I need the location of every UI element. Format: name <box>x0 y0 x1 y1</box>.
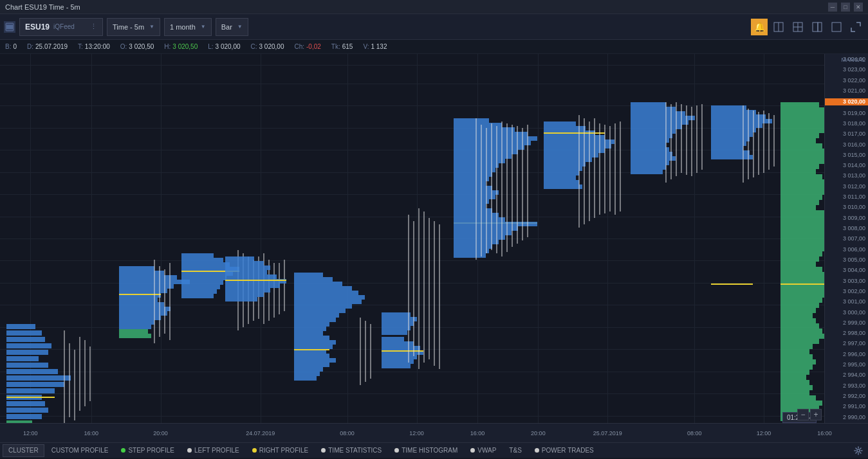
svg-rect-140 <box>454 141 531 145</box>
svg-rect-300 <box>780 370 809 375</box>
bell-icon[interactable]: 🔔 <box>751 19 768 35</box>
period-dropdown[interactable]: 1 month ▼ <box>164 18 212 36</box>
chart-area[interactable]: .bar-blue { fill: #3a7fd4; opacity: 0.85… <box>0 54 868 423</box>
time-label-1200b: 12:00 <box>409 430 424 437</box>
svg-rect-139 <box>454 136 537 141</box>
window-title: Chart ESU19 Time - 5m <box>5 3 80 11</box>
svg-rect-11 <box>6 356 39 361</box>
symbol-menu-icon[interactable]: ⋮ <box>90 22 97 31</box>
info-t: T: 13:20:00 <box>78 43 110 50</box>
time-label-date2: 25.07.2019 <box>593 430 622 437</box>
svg-rect-10 <box>832 22 841 32</box>
right-profile-button[interactable]: RIGHT PROFILE <box>246 444 315 457</box>
symbol-name: ESU19 <box>25 22 50 32</box>
chart-type-value: Bar <box>221 23 232 31</box>
svg-rect-287 <box>780 303 819 308</box>
price-3019: 3 019,00 <box>825 111 868 116</box>
svg-rect-265 <box>780 195 822 200</box>
svg-rect-146 <box>454 168 495 172</box>
settings-button[interactable] <box>851 444 865 457</box>
svg-rect-299 <box>780 364 813 370</box>
price-3000: 3 000,00 <box>825 310 868 316</box>
svg-rect-117 <box>382 346 420 350</box>
cluster-button[interactable]: CLUSTER <box>3 444 44 457</box>
svg-rect-215 <box>631 156 676 161</box>
left-profile-button[interactable]: LEFT PROFILE <box>181 444 245 457</box>
price-2992: 2 992,00 <box>825 393 868 399</box>
svg-rect-260 <box>780 169 816 174</box>
svg-rect-185 <box>544 153 598 158</box>
maximize-button[interactable]: □ <box>841 3 850 12</box>
step-profile-button[interactable]: STEP PROFILE <box>115 444 180 457</box>
svg-rect-89 <box>294 282 342 286</box>
svg-rect-41 <box>119 298 158 302</box>
svg-rect-271 <box>780 226 824 231</box>
svg-rect-255 <box>780 143 822 148</box>
zoom-in-button[interactable]: + <box>810 409 822 420</box>
svg-rect-96 <box>294 313 339 318</box>
svg-rect-84 <box>225 292 264 297</box>
timeframe-value: Time - 5m <box>113 23 144 31</box>
svg-rect-186 <box>544 158 592 162</box>
svg-rect-190 <box>544 171 579 176</box>
price-3009: 3 009,00 <box>825 215 868 221</box>
svg-rect-188 <box>544 166 582 171</box>
svg-rect-159 <box>454 222 537 226</box>
svg-rect-93 <box>294 300 362 304</box>
price-3018: 3 018,00 <box>825 121 868 127</box>
layout-icon-2[interactable] <box>790 19 806 35</box>
svg-rect-262 <box>780 179 824 184</box>
layout-icon-4[interactable] <box>828 19 845 35</box>
period-arrow-icon: ▼ <box>201 24 206 30</box>
svg-rect-291 <box>780 323 819 328</box>
svg-rect-64 <box>181 294 214 298</box>
timeframe-dropdown[interactable]: Time - 5m ▼ <box>107 18 160 36</box>
layout-icon-1[interactable] <box>770 19 787 35</box>
vwap-button[interactable]: VWAP <box>465 444 502 457</box>
svg-rect-57 <box>181 262 230 267</box>
power-trades-dot <box>535 448 539 453</box>
svg-rect-227 <box>711 105 746 110</box>
svg-rect-192 <box>544 180 579 184</box>
svg-rect-85 <box>225 297 257 302</box>
price-3015: 3 015,00 <box>825 152 868 158</box>
time-histogram-button[interactable]: TIME HISTOGRAM <box>389 444 463 457</box>
power-trades-button[interactable]: POWER TRADES <box>529 444 600 457</box>
svg-rect-254 <box>780 138 816 143</box>
svg-rect-126 <box>382 312 411 317</box>
svg-rect-39 <box>119 289 167 293</box>
ts-button[interactable]: T&S <box>503 444 527 457</box>
svg-rect-90 <box>294 286 352 291</box>
time-statistics-button[interactable]: TIME STATISTICS <box>315 444 387 457</box>
price-3008: 3 008,00 <box>825 226 868 231</box>
svg-rect-297 <box>780 354 813 359</box>
zoom-out-button[interactable]: − <box>797 409 809 420</box>
svg-rect-20 <box>6 414 42 419</box>
svg-rect-14 <box>6 375 71 381</box>
svg-rect-264 <box>780 190 824 195</box>
layout-icon-3[interactable] <box>809 19 826 35</box>
svg-rect-301 <box>780 375 806 380</box>
svg-rect-0 <box>6 23 14 31</box>
info-b: B: 0 <box>5 43 17 50</box>
svg-rect-148 <box>454 177 489 181</box>
svg-rect-13 <box>6 369 58 374</box>
svg-rect-183 <box>544 144 611 148</box>
svg-rect-280 <box>780 272 824 277</box>
minimize-button[interactable]: ─ <box>828 3 837 12</box>
chart-canvas[interactable]: .bar-blue { fill: #3a7fd4; opacity: 0.85… <box>0 54 824 423</box>
svg-rect-211 <box>631 138 669 143</box>
symbol-selector[interactable]: ESU19 iQFeed ⋮ <box>19 18 103 36</box>
price-3014: 3 014,00 <box>825 163 868 168</box>
custom-profile-button[interactable]: CUSTOM PROFILE <box>46 444 115 457</box>
expand-icon[interactable] <box>847 19 864 35</box>
close-button[interactable]: ✕ <box>854 3 863 12</box>
time-scale: 12:00 16:00 20:00 24.07.2019 08:00 12:00… <box>0 423 868 442</box>
svg-rect-203 <box>631 102 666 107</box>
step-profile-label: STEP PROFILE <box>128 447 174 454</box>
svg-rect-253 <box>780 133 819 138</box>
chart-type-dropdown[interactable]: Bar ▼ <box>216 18 248 36</box>
svg-rect-137 <box>454 127 515 132</box>
price-3011: 3 011,00 <box>825 194 868 200</box>
svg-rect-248 <box>780 107 824 113</box>
